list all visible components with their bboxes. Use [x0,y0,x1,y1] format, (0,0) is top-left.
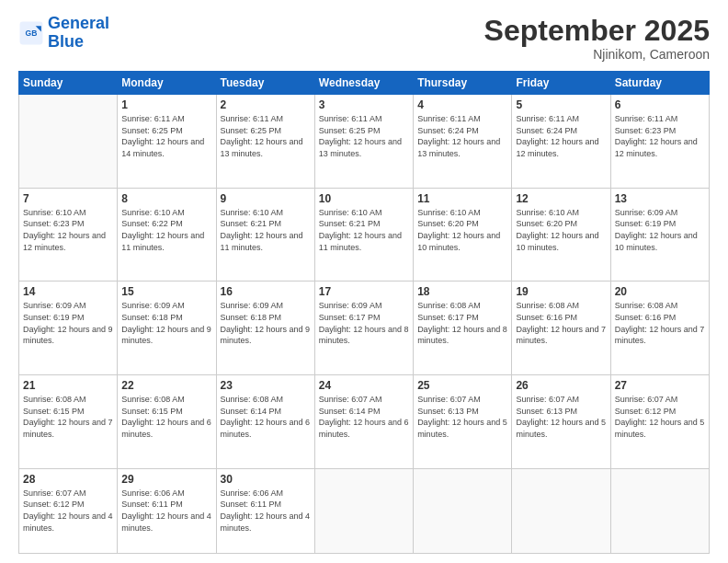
calendar-cell: 8Sunrise: 6:10 AM Sunset: 6:22 PM Daylig… [118,188,216,282]
logo-general: General [48,14,109,32]
cell-info: Sunrise: 6:11 AM Sunset: 6:23 PM Dayligh… [615,113,705,159]
calendar-week-row: 7Sunrise: 6:10 AM Sunset: 6:23 PM Daylig… [19,188,710,282]
logo-blue: Blue [48,32,84,51]
cell-info: Sunrise: 6:10 AM Sunset: 6:20 PM Dayligh… [516,207,606,253]
month-title: September 2025 [484,15,710,47]
cell-info: Sunrise: 6:10 AM Sunset: 6:21 PM Dayligh… [221,207,311,253]
cell-info: Sunrise: 6:09 AM Sunset: 6:19 PM Dayligh… [23,300,113,346]
day-number: 7 [23,192,113,205]
cell-info: Sunrise: 6:06 AM Sunset: 6:11 PM Dayligh… [121,488,211,534]
cell-info: Sunrise: 6:11 AM Sunset: 6:25 PM Dayligh… [221,113,311,159]
calendar-cell: 12Sunrise: 6:10 AM Sunset: 6:20 PM Dayli… [512,188,610,282]
day-header-monday: Monday [118,72,216,95]
cell-info: Sunrise: 6:11 AM Sunset: 6:24 PM Dayligh… [417,113,507,159]
cell-info: Sunrise: 6:09 AM Sunset: 6:19 PM Dayligh… [615,207,705,253]
location: Njinikom, Cameroon [484,47,710,62]
cell-info: Sunrise: 6:09 AM Sunset: 6:17 PM Dayligh… [319,300,409,346]
logo-icon: GB [18,20,44,46]
cell-info: Sunrise: 6:10 AM Sunset: 6:21 PM Dayligh… [319,207,409,253]
calendar-cell: 5Sunrise: 6:11 AM Sunset: 6:24 PM Daylig… [512,95,610,189]
calendar-cell [414,468,512,553]
cell-info: Sunrise: 6:07 AM Sunset: 6:13 PM Dayligh… [516,394,606,440]
day-number: 13 [615,192,705,205]
day-header-tuesday: Tuesday [216,72,314,95]
calendar-cell [19,95,118,189]
calendar-cell: 4Sunrise: 6:11 AM Sunset: 6:24 PM Daylig… [414,95,512,189]
day-number: 23 [221,379,311,392]
calendar-cell: 11Sunrise: 6:10 AM Sunset: 6:20 PM Dayli… [414,188,512,282]
calendar-cell: 1Sunrise: 6:11 AM Sunset: 6:25 PM Daylig… [118,95,216,189]
calendar-cell: 30Sunrise: 6:06 AM Sunset: 6:11 PM Dayli… [216,468,314,553]
cell-info: Sunrise: 6:08 AM Sunset: 6:16 PM Dayligh… [615,300,705,346]
calendar-cell: 28Sunrise: 6:07 AM Sunset: 6:12 PM Dayli… [19,468,118,553]
cell-info: Sunrise: 6:08 AM Sunset: 6:14 PM Dayligh… [221,394,311,440]
calendar-cell: 9Sunrise: 6:10 AM Sunset: 6:21 PM Daylig… [216,188,314,282]
calendar-cell: 17Sunrise: 6:09 AM Sunset: 6:17 PM Dayli… [314,282,413,375]
calendar-cell: 13Sunrise: 6:09 AM Sunset: 6:19 PM Dayli… [610,188,709,282]
cell-info: Sunrise: 6:08 AM Sunset: 6:16 PM Dayligh… [516,300,606,346]
day-header-sunday: Sunday [19,72,118,95]
day-header-thursday: Thursday [414,72,512,95]
calendar-cell: 22Sunrise: 6:08 AM Sunset: 6:15 PM Dayli… [118,375,216,469]
day-number: 22 [121,379,211,392]
cell-info: Sunrise: 6:06 AM Sunset: 6:11 PM Dayligh… [221,488,311,534]
calendar-table: SundayMondayTuesdayWednesdayThursdayFrid… [18,71,710,554]
title-block: September 2025 Njinikom, Cameroon [484,15,710,62]
day-number: 10 [319,192,409,205]
day-number: 24 [319,379,409,392]
day-number: 8 [121,192,211,205]
calendar-cell: 18Sunrise: 6:08 AM Sunset: 6:17 PM Dayli… [414,282,512,375]
calendar-cell: 16Sunrise: 6:09 AM Sunset: 6:18 PM Dayli… [216,282,314,375]
cell-info: Sunrise: 6:10 AM Sunset: 6:20 PM Dayligh… [417,207,507,253]
calendar-cell: 10Sunrise: 6:10 AM Sunset: 6:21 PM Dayli… [314,188,413,282]
day-number: 9 [221,192,311,205]
day-header-wednesday: Wednesday [314,72,413,95]
cell-info: Sunrise: 6:08 AM Sunset: 6:15 PM Dayligh… [121,394,211,440]
calendar-cell: 7Sunrise: 6:10 AM Sunset: 6:23 PM Daylig… [19,188,118,282]
calendar-cell: 6Sunrise: 6:11 AM Sunset: 6:23 PM Daylig… [610,95,709,189]
calendar-cell [512,468,610,553]
calendar-week-row: 14Sunrise: 6:09 AM Sunset: 6:19 PM Dayli… [19,282,710,375]
cell-info: Sunrise: 6:07 AM Sunset: 6:14 PM Dayligh… [319,394,409,440]
cell-info: Sunrise: 6:09 AM Sunset: 6:18 PM Dayligh… [221,300,311,346]
calendar-cell: 20Sunrise: 6:08 AM Sunset: 6:16 PM Dayli… [610,282,709,375]
day-header-saturday: Saturday [610,72,709,95]
cell-info: Sunrise: 6:11 AM Sunset: 6:25 PM Dayligh… [121,113,211,159]
day-number: 4 [417,98,507,111]
day-number: 30 [221,473,311,486]
calendar-week-row: 21Sunrise: 6:08 AM Sunset: 6:15 PM Dayli… [19,375,710,469]
day-number: 1 [121,98,211,111]
day-number: 11 [417,192,507,205]
day-header-friday: Friday [512,72,610,95]
day-number: 29 [121,473,211,486]
cell-info: Sunrise: 6:11 AM Sunset: 6:25 PM Dayligh… [319,113,409,159]
day-number: 6 [615,98,705,111]
calendar-week-row: 1Sunrise: 6:11 AM Sunset: 6:25 PM Daylig… [19,95,710,189]
calendar-cell: 25Sunrise: 6:07 AM Sunset: 6:13 PM Dayli… [414,375,512,469]
cell-info: Sunrise: 6:10 AM Sunset: 6:22 PM Dayligh… [121,207,211,253]
day-number: 26 [516,379,606,392]
cell-info: Sunrise: 6:08 AM Sunset: 6:17 PM Dayligh… [417,300,507,346]
day-number: 27 [615,379,705,392]
cell-info: Sunrise: 6:07 AM Sunset: 6:12 PM Dayligh… [615,394,705,440]
day-number: 19 [516,285,606,298]
cell-info: Sunrise: 6:11 AM Sunset: 6:24 PM Dayligh… [516,113,606,159]
cell-info: Sunrise: 6:08 AM Sunset: 6:15 PM Dayligh… [23,394,113,440]
day-number: 25 [417,379,507,392]
page: GB General Blue September 2025 Njinikom,… [0,0,728,563]
day-number: 3 [319,98,409,111]
calendar-cell: 29Sunrise: 6:06 AM Sunset: 6:11 PM Dayli… [118,468,216,553]
logo-text: General Blue [48,15,109,52]
svg-text:GB: GB [26,29,38,38]
calendar-cell [314,468,413,553]
calendar-cell [610,468,709,553]
day-number: 15 [121,285,211,298]
calendar-cell: 21Sunrise: 6:08 AM Sunset: 6:15 PM Dayli… [19,375,118,469]
day-number: 14 [23,285,113,298]
calendar-header-row: SundayMondayTuesdayWednesdayThursdayFrid… [19,72,710,95]
header: GB General Blue September 2025 Njinikom,… [18,15,710,62]
calendar-cell: 3Sunrise: 6:11 AM Sunset: 6:25 PM Daylig… [314,95,413,189]
calendar-cell: 27Sunrise: 6:07 AM Sunset: 6:12 PM Dayli… [610,375,709,469]
cell-info: Sunrise: 6:09 AM Sunset: 6:18 PM Dayligh… [121,300,211,346]
day-number: 21 [23,379,113,392]
